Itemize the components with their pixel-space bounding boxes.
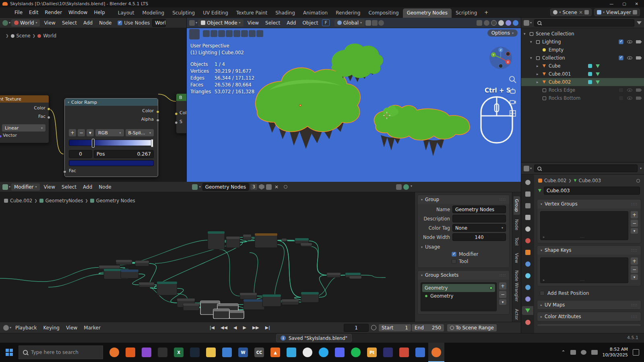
shape-keys-header[interactable]: ▾Shape Keys:::: xyxy=(537,246,641,255)
color-tag-dropdown[interactable]: None▾ xyxy=(452,224,506,232)
graph-node-header[interactable] xyxy=(301,243,312,245)
node-group-name-field[interactable]: Geometry Nodes xyxy=(202,183,249,191)
breadcrumb-data[interactable]: Cube.003 xyxy=(579,178,601,183)
expand-arrow-icon[interactable]: ▾ xyxy=(524,32,528,36)
frame-start-field[interactable]: Start1 xyxy=(379,324,411,331)
node-editor-menu[interactable]: Add xyxy=(80,183,95,191)
graph-node-header[interactable] xyxy=(208,231,225,234)
graph-node-header[interactable] xyxy=(139,282,154,285)
fac-input-socket[interactable] xyxy=(63,170,66,173)
users-count-badge[interactable]: 3 xyxy=(250,184,257,190)
node-link[interactable] xyxy=(319,275,327,297)
taskbar-app-spotify[interactable] xyxy=(348,343,364,362)
properties-tab-object-data[interactable] xyxy=(522,306,533,315)
disable-render-icon[interactable] xyxy=(636,40,641,43)
fake-user-shield-icon[interactable] xyxy=(259,184,264,190)
socket-specials-dropdown[interactable]: ▾ xyxy=(499,299,506,305)
auto-key-icon[interactable] xyxy=(371,325,376,330)
group-sockets-list[interactable]: GeometryGeometry xyxy=(421,282,497,311)
shader-editor-type-icon[interactable] xyxy=(2,20,8,26)
overlay-toggle-icon[interactable] xyxy=(403,184,409,190)
new-copy-icon[interactable] xyxy=(266,184,272,190)
vector-input-socket[interactable] xyxy=(0,135,2,138)
notification-center-icon[interactable] xyxy=(633,349,639,356)
taskbar-app-blender[interactable] xyxy=(428,343,444,362)
taskbar-clock[interactable]: 8:52 AM 10/30/2025 xyxy=(603,347,628,358)
group-sockets-header[interactable]: ▾Group Sockets:::: xyxy=(418,271,509,280)
filter-icon[interactable] xyxy=(637,21,642,25)
node-link[interactable] xyxy=(0,278,43,282)
properties-tab-modifiers[interactable] xyxy=(522,259,533,268)
node-width-field[interactable]: 140 xyxy=(452,233,506,241)
shading-solid-icon[interactable] xyxy=(498,20,504,26)
stop-position-field[interactable]: Pos 0.267 xyxy=(94,150,154,158)
vertex-groups-header[interactable]: ▾Vertex Groups:::: xyxy=(537,200,641,208)
workspace-tab-animation[interactable]: Animation xyxy=(299,8,332,18)
properties-search-field[interactable] xyxy=(534,165,638,172)
data-name-field[interactable]: Cube.003 xyxy=(544,187,640,195)
mode-dropdown[interactable]: Object Mode ▾ xyxy=(198,19,244,27)
add-workspace-button[interactable]: + xyxy=(481,8,491,16)
snap-target-dropdown[interactable] xyxy=(372,20,378,26)
add-stop-button[interactable]: + xyxy=(69,129,76,136)
properties-editor-type-icon[interactable] xyxy=(524,166,529,171)
outliner-row-cube-001[interactable]: ▸Cube.001 xyxy=(521,70,644,78)
add-shape-key-button[interactable]: + xyxy=(631,257,638,265)
viewport-menu[interactable]: Select xyxy=(262,19,283,27)
outliner-search-field[interactable] xyxy=(534,19,634,27)
copy-icon[interactable] xyxy=(633,10,637,14)
shader-menu[interactable]: Node xyxy=(96,19,115,27)
outliner-editor-type-icon[interactable] xyxy=(524,20,529,26)
graph-node-header[interactable] xyxy=(226,237,240,239)
node-link[interactable] xyxy=(308,246,327,275)
taskbar-app-excel[interactable]: X xyxy=(171,343,187,362)
use-nodes-toggle[interactable]: Use Nodes xyxy=(118,20,150,26)
workspace-tab-shading[interactable]: Shading xyxy=(271,8,299,18)
node-link[interactable] xyxy=(361,275,386,278)
remove-socket-button[interactable]: − xyxy=(499,291,506,298)
add-vertex-group-button[interactable]: + xyxy=(631,211,638,218)
maximize-button[interactable]: ▢ xyxy=(622,2,626,6)
exclude-checkbox[interactable] xyxy=(619,96,623,101)
ramp-handle[interactable] xyxy=(151,139,153,147)
taskbar-app-steam[interactable] xyxy=(187,343,203,362)
node-link[interactable] xyxy=(275,245,285,302)
graph-node-header[interactable] xyxy=(243,234,251,237)
group-name-field[interactable]: Geometry Nodes xyxy=(452,206,506,213)
mesh-data-icon[interactable] xyxy=(596,80,600,84)
pin-icon[interactable] xyxy=(636,179,640,183)
graph-node-header[interactable] xyxy=(200,301,220,303)
topbar-menu[interactable]: Window xyxy=(65,8,91,16)
properties-tab-tool[interactable] xyxy=(522,178,533,187)
usage-modifier-checkbox[interactable] xyxy=(452,252,456,257)
graph-node-0[interactable] xyxy=(208,231,225,249)
hide-eye-icon[interactable] xyxy=(627,97,632,100)
specials-dropdown[interactable]: ▾ xyxy=(87,129,94,136)
tool-icon[interactable] xyxy=(256,30,263,37)
node-editor-type-icon[interactable] xyxy=(2,184,8,190)
tool-icon[interactable] xyxy=(211,30,217,37)
start-button[interactable] xyxy=(0,343,19,362)
frame-end-field[interactable]: End250 xyxy=(412,324,444,331)
hide-eye-icon[interactable] xyxy=(627,40,632,43)
exclude-checkbox[interactable] xyxy=(619,39,623,44)
view-layer-selector[interactable]: ▾ ViewLayer xyxy=(594,8,640,16)
remove-stop-button[interactable]: − xyxy=(78,129,85,136)
vertex-groups-list[interactable]: ▸ ···· xyxy=(540,211,628,240)
interpolation-dropdown[interactable]: Linear ▾ xyxy=(2,124,45,132)
topbar-menu[interactable]: Help xyxy=(91,8,108,16)
modifier-icon[interactable] xyxy=(588,64,592,68)
disable-render-icon[interactable] xyxy=(636,97,641,100)
graph-node-header[interactable] xyxy=(255,233,277,236)
timeline-menu[interactable]: Keying xyxy=(40,324,63,332)
graph-node-header[interactable] xyxy=(282,239,287,241)
graph-node-header[interactable] xyxy=(116,260,132,262)
fkey-indicator[interactable]: F xyxy=(322,19,329,26)
graph-node-header[interactable] xyxy=(244,299,264,302)
outliner-row-scene-collection[interactable]: ▾Scene Collection xyxy=(521,30,644,38)
graph-node-header[interactable] xyxy=(177,298,195,301)
modifier-icon[interactable] xyxy=(588,72,592,76)
color-input-socket[interactable] xyxy=(175,112,178,115)
tool-icon[interactable] xyxy=(233,30,240,37)
blender-menu-icon[interactable] xyxy=(3,10,10,14)
